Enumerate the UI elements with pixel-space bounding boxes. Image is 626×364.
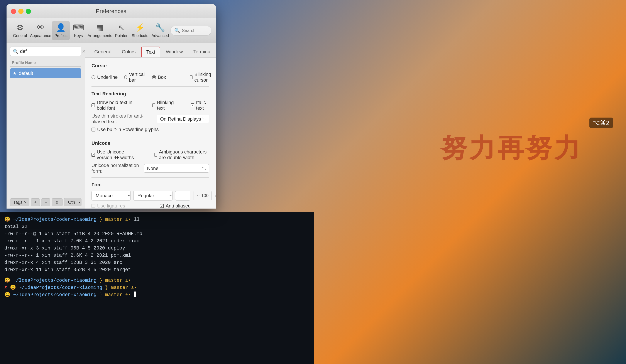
emoji-button[interactable]: ☺ bbox=[52, 198, 63, 206]
font-anti-aliased-checkbox[interactable]: ✓ bbox=[160, 204, 164, 208]
toolbar-item-profiles[interactable]: 👤 Profiles bbox=[52, 21, 70, 40]
cursor-section-title: Cursor bbox=[91, 63, 209, 69]
powerline-option[interactable]: Use built-in Powerline glyphs bbox=[91, 127, 209, 132]
ambiguous-checkbox[interactable] bbox=[155, 153, 157, 157]
draw-bold-checkbox[interactable]: ✓ bbox=[91, 103, 95, 107]
cursor-box-option[interactable]: Box bbox=[152, 74, 166, 80]
cursor-box-radio[interactable] bbox=[152, 75, 156, 79]
terminal-line: 😀 ~/IdeaProjects/coder-xiaoming } master… bbox=[4, 291, 309, 298]
cursor-box-label: Box bbox=[158, 74, 166, 80]
terminal-line: ✗ 😀 ~/IdeaProjects/coder-xiaoming } mast… bbox=[4, 284, 309, 291]
toolbar-search-input[interactable] bbox=[182, 28, 208, 33]
font-size-input[interactable]: 12 bbox=[175, 191, 190, 201]
font-width-stepper[interactable]: ▲ ▼ bbox=[211, 191, 211, 200]
cursor-vertical-label: Vertical bar bbox=[129, 72, 146, 83]
toolbar-item-arrangements[interactable]: ▦ Arrangements bbox=[87, 21, 113, 40]
cursor-vertical-option[interactable]: Vertical bar bbox=[124, 72, 146, 83]
blinking-text-option[interactable]: Blinking text bbox=[152, 100, 176, 111]
window-controls bbox=[11, 9, 31, 14]
terminal-line: drwxr-xr-x 3 xin staff 96B 4 5 2020 depl… bbox=[4, 245, 309, 252]
blinking-text-checkbox[interactable] bbox=[152, 103, 155, 107]
blinking-cursor-option[interactable]: Blinking cursor bbox=[190, 72, 212, 83]
tab-terminal[interactable]: Terminal bbox=[188, 47, 216, 57]
close-button[interactable] bbox=[11, 9, 16, 14]
sidebar-clear-icon[interactable]: ✕ bbox=[82, 49, 86, 54]
advanced-icon: 🔧 bbox=[155, 23, 165, 32]
remove-profile-button[interactable]: − bbox=[41, 198, 50, 206]
toolbar-item-appearance[interactable]: 👁 Appearance bbox=[29, 21, 52, 40]
terminal-line: drwxr-xr-x 4 xin staff 128B 3 31 2020 sr… bbox=[4, 259, 309, 266]
font-size-down[interactable]: ▼ bbox=[193, 196, 194, 200]
font-name-select[interactable]: Monaco bbox=[91, 191, 131, 201]
sidebar-footer: Tags > + − ☺ Other Actions... bbox=[6, 196, 85, 209]
tags-button[interactable]: Tags > bbox=[10, 198, 29, 206]
unicode-row1: ✓ Use Unicode version 9+ widths Ambiguou… bbox=[91, 149, 209, 160]
anti-alias-select[interactable]: On Retina Displays Always Never bbox=[157, 115, 209, 123]
text-rendering-row1: ✓ Draw bold text in bold font Blinking t… bbox=[91, 100, 209, 111]
toolbar-label-keys: Keys bbox=[74, 34, 83, 38]
shortcut-badge: ⌥⌘2 bbox=[589, 117, 613, 128]
font-name-wrapper[interactable]: Monaco bbox=[91, 191, 131, 201]
toolbar-item-keys[interactable]: ⌨ Keys bbox=[70, 21, 87, 40]
font-anti-aliased-option[interactable]: ✓ Anti-aliased bbox=[160, 203, 191, 209]
blinking-cursor-checkbox[interactable] bbox=[190, 75, 193, 79]
maximize-button[interactable] bbox=[26, 9, 31, 14]
tab-text[interactable]: Text bbox=[141, 47, 160, 57]
font-anti-aliased-label: Anti-aliased bbox=[165, 203, 191, 209]
tab-bar: General Colors Text Window Terminal Sess… bbox=[85, 43, 216, 58]
anti-alias-dropdown-wrapper[interactable]: On Retina Displays Always Never ⌃⌄ bbox=[157, 115, 209, 123]
divider bbox=[91, 86, 209, 87]
window-title: Preferences bbox=[96, 8, 126, 15]
other-actions-select[interactable]: Other Actions... bbox=[64, 198, 81, 206]
unicode-version-checkbox[interactable]: ✓ bbox=[91, 153, 95, 157]
toolbar-item-shortcuts[interactable]: ⚡ Shortcuts bbox=[130, 21, 150, 40]
normalization-dropdown-wrapper[interactable]: None NFC NFD NFKC NFKD ⌃⌄ bbox=[144, 164, 209, 173]
anti-alias-label: Use thin strokes for anti-aliased text: bbox=[91, 113, 153, 125]
height-icon: ↕ bbox=[214, 193, 216, 198]
tab-window[interactable]: Window bbox=[161, 47, 188, 57]
italic-text-checkbox[interactable]: ✓ bbox=[191, 103, 194, 107]
ligatures-option[interactable]: Use ligatures bbox=[91, 203, 125, 209]
font-style-select[interactable]: Regular bbox=[133, 191, 172, 201]
divider2 bbox=[91, 136, 209, 136]
cursor-underline-option[interactable]: Underline bbox=[91, 74, 117, 80]
ligatures-label: Use ligatures bbox=[97, 203, 125, 209]
cursor-underline-radio[interactable] bbox=[91, 75, 95, 79]
unicode-section-title: Unicode bbox=[91, 141, 209, 146]
powerline-checkbox[interactable] bbox=[91, 128, 95, 132]
toolbar-search[interactable]: 🔍 bbox=[171, 26, 211, 36]
draw-bold-option[interactable]: ✓ Draw bold text in bold font bbox=[91, 100, 137, 111]
sidebar-search-input[interactable] bbox=[20, 49, 80, 54]
toolbar-label-advanced: Advanced bbox=[151, 34, 169, 38]
toolbar-item-advanced[interactable]: 🔧 Advanced bbox=[150, 21, 170, 40]
italic-text-label: Italic text bbox=[196, 100, 209, 111]
minimize-button[interactable] bbox=[18, 9, 24, 14]
terminal-line: 😀 ~/IdeaProjects/coder-xiaoming } master… bbox=[4, 216, 309, 223]
font-style-wrapper[interactable]: Regular bbox=[133, 191, 172, 201]
profile-item-default[interactable]: ★ default bbox=[10, 68, 81, 78]
toolbar: ⚙ General 👁 Appearance 👤 Profiles ⌨ Keys… bbox=[6, 18, 216, 43]
terminal-line: 😀 ~/IdeaProjects/coder-xiaoming } master… bbox=[4, 277, 309, 284]
pointer-icon: ↖ bbox=[118, 23, 125, 32]
normalization-row: Unicode normalization form: None NFC NFD… bbox=[91, 163, 209, 174]
add-profile-button[interactable]: + bbox=[31, 198, 40, 206]
cursor-vertical-radio[interactable] bbox=[124, 75, 127, 79]
font-size-up[interactable]: ▲ bbox=[193, 192, 194, 196]
ligatures-checkbox[interactable] bbox=[91, 204, 95, 208]
tab-colors[interactable]: Colors bbox=[117, 47, 141, 57]
terminal-line: drwxr-xr-x 11 xin staff 352B 4 5 2020 ta… bbox=[4, 266, 309, 273]
panel-content: Cursor Underline Vertical bar Box bbox=[85, 58, 216, 209]
toolbar-item-pointer[interactable]: ↖ Pointer bbox=[113, 21, 130, 40]
preferences-window: Preferences ⚙ General 👁 Appearance 👤 Pro… bbox=[6, 4, 216, 209]
toolbar-item-general[interactable]: ⚙ General bbox=[11, 21, 29, 40]
italic-text-option[interactable]: ✓ Italic text bbox=[191, 100, 209, 111]
powerline-label: Use built-in Powerline glyphs bbox=[97, 127, 158, 132]
normalization-select[interactable]: None NFC NFD NFKC NFKD bbox=[144, 164, 209, 173]
chinese-background-text: 努力再努力 bbox=[441, 131, 583, 166]
tab-general[interactable]: General bbox=[89, 47, 116, 57]
terminal-line: -rw-r--r-- 1 xin staff 2.6K 4 2 2021 pom… bbox=[4, 252, 309, 259]
unicode-version-option[interactable]: ✓ Use Unicode version 9+ widths bbox=[91, 149, 135, 160]
sidebar-search[interactable]: 🔍 ✕ bbox=[10, 47, 81, 56]
ambiguous-option[interactable]: Ambiguous characters are double-width bbox=[155, 149, 209, 160]
font-size-stepper[interactable]: ▲ ▼ bbox=[193, 191, 194, 200]
